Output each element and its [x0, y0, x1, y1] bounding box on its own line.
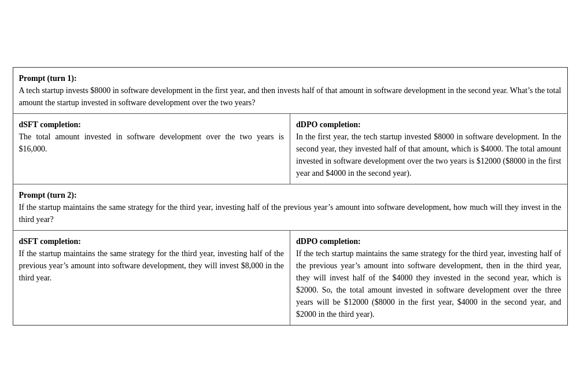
completion1-row: dSFT completion: The total amount invest…	[13, 113, 567, 184]
ddpo2-text: If the tech startup maintains the same s…	[296, 247, 561, 320]
prompt1-label: Prompt (turn 1):	[19, 74, 77, 83]
dsft2-cell: dSFT completion: If the startup maintain…	[13, 230, 290, 325]
dsft1-text: The total amount invested in software de…	[19, 131, 285, 155]
prompt2-label: Prompt (turn 2):	[19, 191, 77, 199]
prompt2-cell: Prompt (turn 2): If the startup maintain…	[13, 184, 567, 230]
dsft1-cell: dSFT completion: The total amount invest…	[13, 113, 290, 184]
prompt2-text: If the startup maintains the same strate…	[19, 203, 561, 224]
prompt2-row: Prompt (turn 2): If the startup maintain…	[13, 184, 567, 230]
ddpo1-cell: dDPO completion: In the first year, the …	[290, 113, 568, 184]
prompt1-cell: Prompt (turn 1): A tech startup invests …	[13, 67, 567, 113]
prompt1-text: A tech startup invests $8000 in software…	[19, 86, 561, 107]
page-container: Prompt (turn 1): A tech startup invests …	[0, 0, 580, 392]
dsft2-text: If the startup maintains the same strate…	[19, 247, 285, 284]
completion2-row: dSFT completion: If the startup maintain…	[13, 230, 567, 325]
dsft1-header: dSFT completion:	[19, 119, 285, 131]
ddpo2-cell: dDPO completion: If the tech startup mai…	[290, 230, 568, 325]
ddpo2-header: dDPO completion:	[296, 235, 561, 247]
dsft2-header: dSFT completion:	[19, 235, 285, 247]
prompt1-row: Prompt (turn 1): A tech startup invests …	[13, 67, 567, 113]
ddpo1-header: dDPO completion:	[296, 119, 561, 131]
ddpo1-text: In the first year, the tech startup inve…	[296, 131, 561, 179]
comparison-table: Prompt (turn 1): A tech startup invests …	[13, 67, 568, 326]
